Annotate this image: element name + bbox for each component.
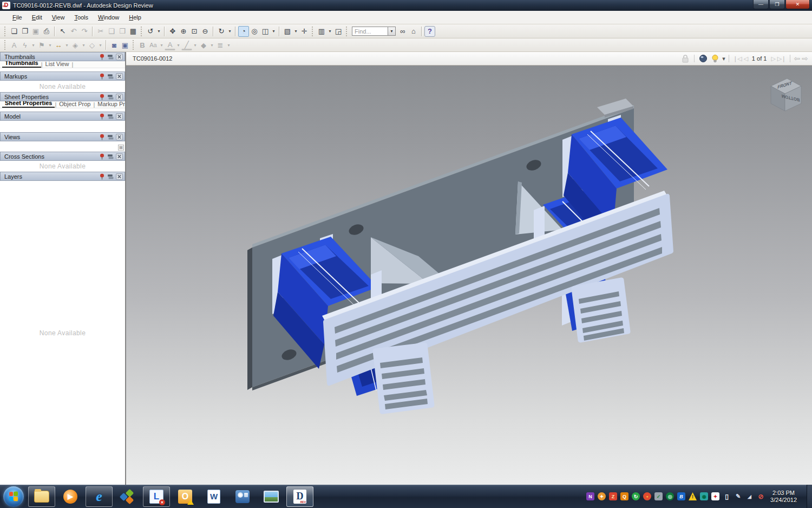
orbit-dropdown[interactable]: ▾ <box>227 26 233 37</box>
tab-markup-properties[interactable]: Markup Pro <box>95 101 125 108</box>
redo-button[interactable]: ↷ <box>79 26 90 37</box>
network-signal-tray-icon[interactable]: ◢ <box>745 492 754 500</box>
snapshot-grid-button[interactable]: ▦ <box>128 26 139 37</box>
stamp-dropdown[interactable]: ▾ <box>81 40 87 50</box>
pin-icon[interactable] <box>99 153 106 160</box>
stylus-tray-icon[interactable]: ✎ <box>734 492 742 500</box>
onenote-tray-icon[interactable]: N <box>586 492 594 500</box>
turntable-button[interactable]: ◎ <box>249 26 260 37</box>
panels-icon[interactable] <box>107 113 114 120</box>
undo-button[interactable]: ↶ <box>68 26 79 37</box>
panels-icon[interactable] <box>107 54 114 60</box>
sheet-tab[interactable]: TC09016-0012 <box>133 55 172 62</box>
clock[interactable]: 2:03 PM 3/24/2012 <box>768 490 802 504</box>
find-next-button[interactable]: ∞ <box>397 26 408 37</box>
dimension-dropdown[interactable]: ▾ <box>64 40 70 50</box>
close-icon[interactable] <box>116 94 123 100</box>
stamp-button[interactable]: ◈ <box>70 40 81 50</box>
bluetooth-tray-icon[interactable]: B <box>677 492 685 500</box>
sketch-dropdown[interactable]: ▾ <box>156 26 162 37</box>
menu-tools[interactable]: Tools <box>69 12 93 22</box>
shapes-button[interactable]: ◇ <box>87 40 97 50</box>
bold-button[interactable]: B <box>137 40 148 50</box>
select-button[interactable]: ↖ <box>57 26 68 37</box>
dimension-button[interactable]: ↔ <box>53 40 64 50</box>
panels-icon[interactable] <box>107 153 114 160</box>
copy-button[interactable]: ❑ <box>106 26 117 37</box>
cut-button[interactable]: ✂ <box>95 26 106 37</box>
font-color-dropdown[interactable]: ▾ <box>175 40 181 50</box>
toolbar-grip[interactable] <box>346 27 348 36</box>
panel-header-thumbnails[interactable]: Thumbnails <box>0 52 125 61</box>
toolbar-grip[interactable] <box>133 40 135 50</box>
panels-icon[interactable] <box>107 94 114 100</box>
zoom-window-button[interactable]: ⊡ <box>189 26 200 37</box>
markup-text-button[interactable]: A <box>9 40 19 50</box>
title-bar[interactable]: DREV TC09016-0012-REVB.dwf - Autodesk De… <box>0 0 812 11</box>
layout-dropdown[interactable]: ▾ <box>327 26 333 37</box>
panels-icon[interactable] <box>107 134 114 140</box>
sync-tray-icon[interactable]: ↻ <box>632 492 640 500</box>
fit-to-window-button[interactable]: ◲ <box>333 26 344 37</box>
restore-button[interactable]: ❐ <box>769 0 785 9</box>
open-button[interactable]: ❐ <box>19 26 30 37</box>
viewcube-views-button[interactable]: ◫ <box>260 26 271 37</box>
taskbar-word[interactable]: W <box>200 486 227 507</box>
lightning-dropdown[interactable]: ▾ <box>30 40 36 50</box>
next-page-button[interactable]: ▷ <box>771 55 775 62</box>
volume-muted-tray-icon[interactable]: ⊘ <box>757 492 765 500</box>
updater-tray-icon[interactable]: ✦ <box>598 492 606 500</box>
close-button[interactable]: ✕ <box>785 0 810 9</box>
line-weight-button[interactable]: ≣ <box>215 40 226 50</box>
shapes-dropdown[interactable]: ▾ <box>97 40 103 50</box>
callout-dropdown[interactable]: ▾ <box>47 40 53 50</box>
pin-icon[interactable] <box>99 134 106 140</box>
move-section-button[interactable]: ✛ <box>299 26 310 37</box>
sketch-tool-button[interactable]: ↺ <box>145 26 156 37</box>
find-in-model-button[interactable]: ⌂ <box>408 26 419 37</box>
pin-icon[interactable] <box>99 94 106 100</box>
new-button[interactable]: ❏ <box>9 26 19 37</box>
toolbar-grip[interactable] <box>4 40 6 50</box>
model-marker-dropdown[interactable]: ▾ <box>293 26 299 37</box>
paste-button[interactable]: ❒ <box>117 26 128 37</box>
previous-page-button[interactable]: ◁ <box>743 55 747 62</box>
taskbar-media-player[interactable]: ▶ <box>57 486 84 507</box>
monitor-eye-tray-icon[interactable]: ◉ <box>700 492 708 500</box>
line-color-button[interactable]: ╱ <box>181 40 192 50</box>
tab-list-view[interactable]: List View <box>43 61 72 68</box>
taskbar-design-review[interactable]: DREV <box>286 486 313 507</box>
minimize-button[interactable]: — <box>753 0 769 9</box>
pan-button[interactable]: ✥ <box>167 26 178 37</box>
view-cube[interactable]: FRONT BOTTOM <box>767 72 807 115</box>
tab-thumbnails[interactable]: Thumbnails <box>2 61 41 68</box>
pin-icon[interactable] <box>99 173 106 180</box>
find-dropdown[interactable]: ▾ <box>388 27 396 36</box>
taskbar-internet-explorer[interactable]: e <box>86 486 113 507</box>
panel-header-cross-sections[interactable]: Cross Sections <box>0 152 125 161</box>
taskbar-remote-app[interactable]: L✕ <box>143 486 170 507</box>
views-dropdown[interactable]: ▾ <box>271 26 277 37</box>
print-button[interactable]: ⎙ <box>41 26 52 37</box>
help-button[interactable]: ? <box>424 26 435 37</box>
lock-icon[interactable] <box>680 54 690 63</box>
taskbar-hex-app[interactable] <box>114 486 141 507</box>
font-color-button[interactable]: A <box>165 40 175 50</box>
menu-file[interactable]: File <box>8 12 27 22</box>
zoom-out-button[interactable]: ⊖ <box>200 26 211 37</box>
zoom-in-button[interactable]: ⊕ <box>178 26 189 37</box>
tab-object-properties[interactable]: Object Prop <box>56 101 93 108</box>
panel-header-model[interactable]: Model <box>0 112 125 121</box>
toolbar-grip[interactable] <box>4 27 6 36</box>
views-expand-button[interactable]: ⊞ <box>118 145 124 151</box>
snapshot-region-button[interactable]: ▣ <box>120 40 130 50</box>
pin-icon[interactable] <box>99 54 106 60</box>
shaded-view-icon[interactable] <box>698 54 708 63</box>
find-input[interactable]: Find... <box>352 27 388 36</box>
model-marker-button[interactable]: ▧ <box>282 26 293 37</box>
close-icon[interactable] <box>116 73 123 80</box>
pin-icon[interactable] <box>99 113 106 120</box>
save-button[interactable]: ▣ <box>30 26 41 37</box>
security-shield-tray-icon[interactable]: ◎ <box>666 492 674 500</box>
pin-icon[interactable] <box>99 73 106 80</box>
